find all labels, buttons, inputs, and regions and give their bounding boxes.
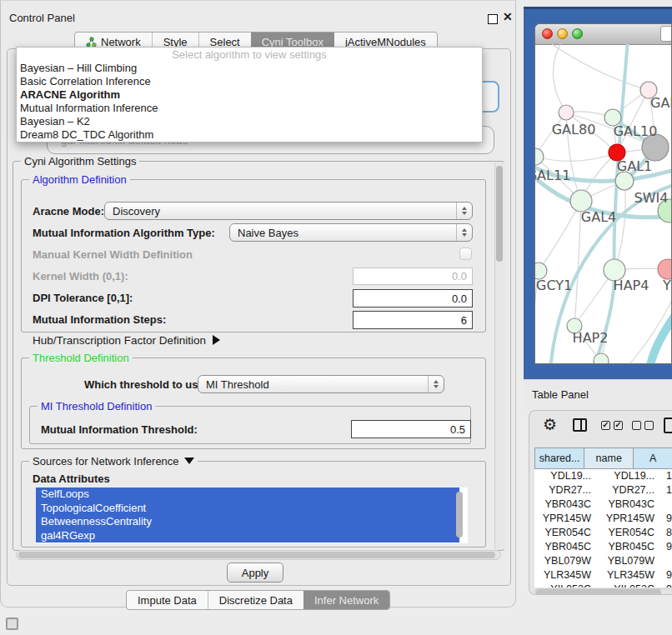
which-threshold-value: MI Threshold <box>206 378 269 391</box>
node-label: GAL4 <box>581 209 616 225</box>
checkbox-unchecked-icon[interactable] <box>632 421 641 430</box>
collapse-down-icon <box>184 458 194 464</box>
checkbox-unchecked-icon[interactable] <box>644 421 654 430</box>
checkbox-checked-icon[interactable]: ✓ <box>601 421 610 430</box>
table-row[interactable]: YER054CYER054C8. <box>534 526 672 540</box>
sources-legend[interactable]: Sources for Network Inference <box>29 455 198 468</box>
node-label: GAL1 <box>617 158 652 174</box>
attribute-item-selected[interactable]: gal4RGexp <box>36 529 459 543</box>
which-threshold-combo[interactable]: MI Threshold <box>198 375 444 393</box>
tab-impute-data-label: Impute Data <box>138 594 197 607</box>
node-label: HAP2 <box>573 330 609 346</box>
algorithm-dropdown-placeholder: Select algorithm to view settings <box>17 48 482 62</box>
node-table: shared... name A YDL19...YDL19...13 YDR2… <box>534 448 672 588</box>
dropdown-item[interactable]: Mutual Information Inference <box>17 102 482 115</box>
table-hscrollbar-thumb[interactable] <box>536 589 661 595</box>
node-label: SWI4 <box>634 190 669 206</box>
node-label: Y <box>662 278 671 293</box>
mi-type-value: Naive Bayes <box>238 227 298 239</box>
mi-steps-label: Mutual Information Steps: <box>33 313 166 326</box>
hub-definition-label: Hub/Transcription Factor Definition <box>33 334 206 347</box>
table-panel-body: ⚙ ✓ ✓ shared... name A YDL19...YDL19...1… <box>529 410 672 595</box>
network-node-bottom[interactable] <box>594 353 609 364</box>
settings-hscrollbar-thumb[interactable] <box>18 552 495 558</box>
manual-kernel-checkbox[interactable] <box>459 248 472 260</box>
tab-infer-network[interactable]: Infer Network <box>303 591 389 609</box>
dpi-tolerance-value: 0.0 <box>452 292 467 305</box>
threshold-definition-legend: Threshold Definition <box>29 352 133 364</box>
node-label: GAL11 <box>535 168 570 183</box>
minimize-traffic-light[interactable] <box>557 28 568 39</box>
network-node-swi4[interactable] <box>615 172 634 190</box>
dropdown-item[interactable]: Basic Correlation Inference <box>17 75 482 88</box>
tab-discretize-data[interactable]: Discretize Data <box>208 591 303 609</box>
node-label: HAP4 <box>614 278 649 293</box>
tab-impute-data[interactable]: Impute Data <box>127 591 208 609</box>
aracne-mode-combo[interactable]: Discovery <box>104 202 473 220</box>
table-row[interactable]: YBL079WYBL079W <box>534 554 672 568</box>
table-row[interactable]: YPR145WYPR145W9. <box>534 512 672 526</box>
aracne-mode-label: Aracne Mode: <box>33 205 104 218</box>
mi-threshold-field[interactable]: 0.5 <box>351 420 471 438</box>
attribute-item-selected[interactable]: BetweennessCentrality <box>36 515 459 529</box>
attributes-scrollbar-thumb[interactable] <box>456 492 463 538</box>
data-attributes-label: Data Attributes <box>33 472 110 485</box>
zoom-traffic-light[interactable] <box>572 28 583 39</box>
network-window: GAL GAL80 GAL10 GAL1 GAL11 SWI4 GAL4 GCY… <box>534 23 672 364</box>
algorithm-dropdown-list: Select algorithm to view settings Bayesi… <box>16 47 483 142</box>
table-row[interactable]: YDL19...YDL19...13 <box>534 469 672 483</box>
node-label: GCY1 <box>536 278 572 293</box>
document-icon[interactable] <box>664 418 672 433</box>
float-window-icon[interactable] <box>488 14 498 24</box>
table-row[interactable]: YBR045CYBR045C9. <box>534 540 672 554</box>
dropdown-item[interactable]: Dream8 DC_TDC Algorithm <box>17 128 482 142</box>
table-panel-header: Table Panel <box>524 379 672 409</box>
mi-steps-field[interactable]: 6 <box>353 311 473 329</box>
collapsed-panel-icon[interactable] <box>6 618 18 630</box>
mi-threshold-legend: MI Threshold Definition <box>38 400 155 412</box>
mi-steps-value: 6 <box>461 314 467 327</box>
columns-icon[interactable] <box>573 418 587 432</box>
stepper-icon <box>456 202 472 219</box>
table-row[interactable]: YBR043CYBR043C <box>534 498 672 512</box>
apply-button-label: Apply <box>242 567 269 579</box>
table-header-row: shared... name A <box>534 448 672 469</box>
column-header-shared-name[interactable]: shared... <box>534 448 584 469</box>
network-window-titlebar <box>535 24 671 45</box>
network-node-gcy1[interactable] <box>535 262 547 279</box>
dpi-tolerance-field[interactable]: 0.0 <box>353 289 473 308</box>
stepper-icon <box>456 224 472 241</box>
titlebar-widget[interactable] <box>660 26 672 42</box>
column-header-name[interactable]: name <box>584 448 634 469</box>
network-node-gal80[interactable] <box>559 105 574 120</box>
apply-button[interactable]: Apply <box>227 562 283 582</box>
table-row[interactable]: YIL052CYIL052C9 <box>534 582 672 588</box>
kernel-width-label: Kernel Width (0,1): <box>33 270 128 282</box>
manual-kernel-label: Manual Kernel Width Definition <box>33 248 193 261</box>
node-label: GAL80 <box>552 122 596 138</box>
checkbox-checked-icon[interactable]: ✓ <box>614 421 623 430</box>
network-node-salmon[interactable] <box>658 259 672 279</box>
table-row[interactable]: YLR345WYLR345W9. <box>534 568 672 582</box>
network-canvas[interactable]: GAL GAL80 GAL10 GAL1 GAL11 SWI4 GAL4 GCY… <box>535 44 672 364</box>
kernel-width-field[interactable]: 0.0 <box>353 268 473 285</box>
dropdown-item[interactable]: Bayesian – K2 <box>17 115 482 128</box>
attribute-item-selected[interactable]: SelfLoops <box>36 488 459 502</box>
dropdown-item-selected[interactable]: ARACNE Algorithm <box>17 88 482 102</box>
which-threshold-label: Which threshold to use: <box>84 378 208 391</box>
table-row[interactable]: YDR27...YDR27...12 <box>534 483 672 498</box>
settings-scrollbar-thumb[interactable] <box>496 166 503 262</box>
close-traffic-light[interactable] <box>542 28 553 39</box>
algorithm-definition-legend: Algorithm Definition <box>29 173 130 186</box>
close-icon[interactable]: ✕ <box>503 10 513 23</box>
kernel-width-value: 0.0 <box>452 270 467 282</box>
column-header-partial[interactable]: A <box>634 448 672 469</box>
mi-type-combo[interactable]: Naive Bayes <box>229 223 473 242</box>
gear-icon[interactable]: ⚙ <box>543 417 557 432</box>
attribute-item-selected[interactable]: TopologicalCoefficient <box>36 502 459 516</box>
control-panel-window: Control Panel ✕ Network Style Select Cyn… <box>0 0 516 608</box>
stepper-icon <box>428 376 444 392</box>
control-panel-title: Control Panel <box>9 12 75 24</box>
hub-definition-toggle[interactable]: Hub/Transcription Factor Definition <box>33 334 220 347</box>
dropdown-item[interactable]: Bayesian – Hill Climbing <box>17 62 482 75</box>
